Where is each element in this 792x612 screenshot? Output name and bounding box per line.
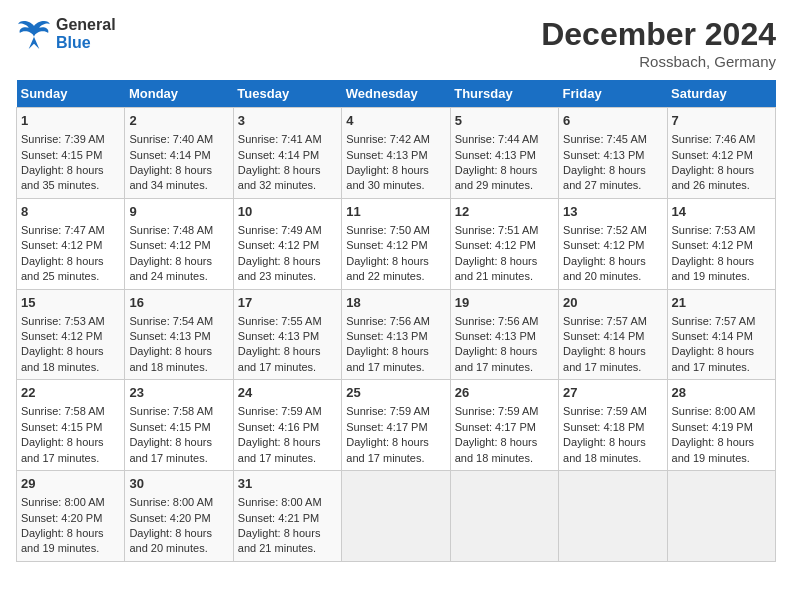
calendar-cell: 18Sunrise: 7:56 AMSunset: 4:13 PMDayligh…	[342, 289, 450, 380]
sunrise: Sunrise: 7:49 AM	[238, 224, 322, 236]
daylight: Daylight: 8 hours and 20 minutes.	[129, 527, 212, 554]
header-saturday: Saturday	[667, 80, 775, 108]
day-number: 17	[238, 294, 337, 312]
sunrise: Sunrise: 7:57 AM	[563, 315, 647, 327]
sunset: Sunset: 4:15 PM	[21, 149, 102, 161]
week-row-2: 8Sunrise: 7:47 AMSunset: 4:12 PMDaylight…	[17, 198, 776, 289]
day-number: 5	[455, 112, 554, 130]
daylight: Daylight: 8 hours and 18 minutes.	[563, 436, 646, 463]
daylight: Daylight: 8 hours and 17 minutes.	[346, 436, 429, 463]
sunset: Sunset: 4:14 PM	[672, 330, 753, 342]
sunrise: Sunrise: 7:59 AM	[455, 405, 539, 417]
day-number: 25	[346, 384, 445, 402]
daylight: Daylight: 8 hours and 18 minutes.	[455, 436, 538, 463]
sunrise: Sunrise: 7:57 AM	[672, 315, 756, 327]
header-thursday: Thursday	[450, 80, 558, 108]
day-number: 3	[238, 112, 337, 130]
sunrise: Sunrise: 7:48 AM	[129, 224, 213, 236]
daylight: Daylight: 8 hours and 17 minutes.	[672, 345, 755, 372]
logo-icon	[16, 19, 52, 49]
day-number: 29	[21, 475, 120, 493]
daylight: Daylight: 8 hours and 30 minutes.	[346, 164, 429, 191]
sunset: Sunset: 4:12 PM	[563, 239, 644, 251]
calendar-cell: 20Sunrise: 7:57 AMSunset: 4:14 PMDayligh…	[559, 289, 667, 380]
sunset: Sunset: 4:13 PM	[563, 149, 644, 161]
week-row-4: 22Sunrise: 7:58 AMSunset: 4:15 PMDayligh…	[17, 380, 776, 471]
calendar-header-row: SundayMondayTuesdayWednesdayThursdayFrid…	[17, 80, 776, 108]
daylight: Daylight: 8 hours and 27 minutes.	[563, 164, 646, 191]
calendar-cell: 28Sunrise: 8:00 AMSunset: 4:19 PMDayligh…	[667, 380, 775, 471]
daylight: Daylight: 8 hours and 17 minutes.	[563, 345, 646, 372]
calendar-cell: 23Sunrise: 7:58 AMSunset: 4:15 PMDayligh…	[125, 380, 233, 471]
sunrise: Sunrise: 7:45 AM	[563, 133, 647, 145]
day-number: 10	[238, 203, 337, 221]
calendar-cell: 14Sunrise: 7:53 AMSunset: 4:12 PMDayligh…	[667, 198, 775, 289]
location-subtitle: Rossbach, Germany	[541, 53, 776, 70]
daylight: Daylight: 8 hours and 24 minutes.	[129, 255, 212, 282]
sunrise: Sunrise: 7:47 AM	[21, 224, 105, 236]
calendar-cell	[342, 471, 450, 562]
calendar-cell	[450, 471, 558, 562]
calendar-cell: 21Sunrise: 7:57 AMSunset: 4:14 PMDayligh…	[667, 289, 775, 380]
day-number: 2	[129, 112, 228, 130]
sunset: Sunset: 4:21 PM	[238, 512, 319, 524]
day-number: 14	[672, 203, 771, 221]
calendar-cell: 12Sunrise: 7:51 AMSunset: 4:12 PMDayligh…	[450, 198, 558, 289]
month-title: December 2024	[541, 16, 776, 53]
sunset: Sunset: 4:12 PM	[672, 149, 753, 161]
sunset: Sunset: 4:14 PM	[129, 149, 210, 161]
daylight: Daylight: 8 hours and 19 minutes.	[672, 255, 755, 282]
daylight: Daylight: 8 hours and 22 minutes.	[346, 255, 429, 282]
calendar-cell: 8Sunrise: 7:47 AMSunset: 4:12 PMDaylight…	[17, 198, 125, 289]
sunset: Sunset: 4:13 PM	[129, 330, 210, 342]
sunset: Sunset: 4:12 PM	[21, 239, 102, 251]
calendar-cell: 10Sunrise: 7:49 AMSunset: 4:12 PMDayligh…	[233, 198, 341, 289]
day-number: 15	[21, 294, 120, 312]
daylight: Daylight: 8 hours and 21 minutes.	[238, 527, 321, 554]
sunset: Sunset: 4:13 PM	[346, 330, 427, 342]
logo-text: General Blue	[56, 16, 116, 52]
daylight: Daylight: 8 hours and 26 minutes.	[672, 164, 755, 191]
sunrise: Sunrise: 7:41 AM	[238, 133, 322, 145]
sunset: Sunset: 4:12 PM	[455, 239, 536, 251]
daylight: Daylight: 8 hours and 29 minutes.	[455, 164, 538, 191]
page-header: General Blue December 2024 Rossbach, Ger…	[16, 16, 776, 70]
week-row-5: 29Sunrise: 8:00 AMSunset: 4:20 PMDayligh…	[17, 471, 776, 562]
daylight: Daylight: 8 hours and 20 minutes.	[563, 255, 646, 282]
day-number: 16	[129, 294, 228, 312]
calendar-cell: 27Sunrise: 7:59 AMSunset: 4:18 PMDayligh…	[559, 380, 667, 471]
sunset: Sunset: 4:19 PM	[672, 421, 753, 433]
sunset: Sunset: 4:20 PM	[21, 512, 102, 524]
calendar-cell: 30Sunrise: 8:00 AMSunset: 4:20 PMDayligh…	[125, 471, 233, 562]
day-number: 20	[563, 294, 662, 312]
sunrise: Sunrise: 7:54 AM	[129, 315, 213, 327]
sunrise: Sunrise: 7:51 AM	[455, 224, 539, 236]
day-number: 31	[238, 475, 337, 493]
sunset: Sunset: 4:12 PM	[129, 239, 210, 251]
calendar-cell: 25Sunrise: 7:59 AMSunset: 4:17 PMDayligh…	[342, 380, 450, 471]
sunrise: Sunrise: 8:00 AM	[238, 496, 322, 508]
calendar-cell: 3Sunrise: 7:41 AMSunset: 4:14 PMDaylight…	[233, 108, 341, 199]
day-number: 30	[129, 475, 228, 493]
day-number: 27	[563, 384, 662, 402]
sunrise: Sunrise: 8:00 AM	[672, 405, 756, 417]
daylight: Daylight: 8 hours and 35 minutes.	[21, 164, 104, 191]
sunset: Sunset: 4:16 PM	[238, 421, 319, 433]
calendar-cell: 2Sunrise: 7:40 AMSunset: 4:14 PMDaylight…	[125, 108, 233, 199]
sunrise: Sunrise: 7:59 AM	[563, 405, 647, 417]
sunrise: Sunrise: 7:55 AM	[238, 315, 322, 327]
daylight: Daylight: 8 hours and 17 minutes.	[129, 436, 212, 463]
sunrise: Sunrise: 7:52 AM	[563, 224, 647, 236]
calendar-cell: 13Sunrise: 7:52 AMSunset: 4:12 PMDayligh…	[559, 198, 667, 289]
calendar-cell: 26Sunrise: 7:59 AMSunset: 4:17 PMDayligh…	[450, 380, 558, 471]
day-number: 23	[129, 384, 228, 402]
daylight: Daylight: 8 hours and 23 minutes.	[238, 255, 321, 282]
sunrise: Sunrise: 7:44 AM	[455, 133, 539, 145]
sunset: Sunset: 4:13 PM	[455, 149, 536, 161]
sunset: Sunset: 4:15 PM	[21, 421, 102, 433]
calendar-cell: 19Sunrise: 7:56 AMSunset: 4:13 PMDayligh…	[450, 289, 558, 380]
day-number: 22	[21, 384, 120, 402]
calendar-cell	[667, 471, 775, 562]
day-number: 6	[563, 112, 662, 130]
day-number: 26	[455, 384, 554, 402]
